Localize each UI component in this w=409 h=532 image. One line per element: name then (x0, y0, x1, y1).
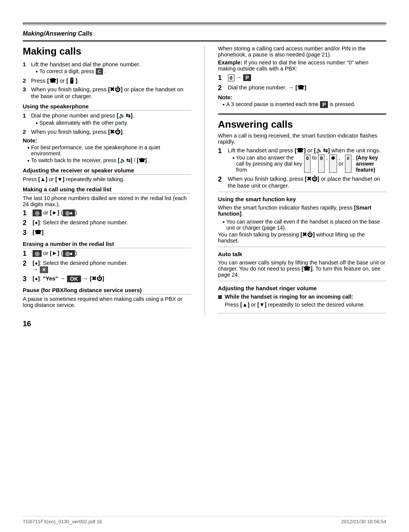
pbx-step-2: 2 Dial the phone number. → [☎] (218, 84, 387, 92)
right-bracket: [►] (50, 209, 59, 216)
sp-step-2: 2 When you finish talking, press [✖⏻]. (23, 128, 191, 135)
pbx-notes: A 3 second pause is inserted each time P… (223, 101, 387, 108)
sp-key: [📱] (66, 77, 77, 84)
redial-step-1-num: 1 (23, 209, 30, 217)
page-number: 16 (23, 319, 386, 328)
star-key: ✱ (329, 155, 337, 173)
pause-title: Pause (for PBX/long distance service use… (23, 287, 191, 294)
sp-step-1: 1 Dial the phone number and press [🔈⇆]. … (23, 112, 191, 127)
ok-button: OK (67, 275, 81, 282)
sp-step-1-content: Dial the phone number and press [🔈⇆]. Sp… (31, 112, 191, 127)
step-2-content: Press [☎] or [📱]. (31, 77, 191, 84)
section-header: Making/Answering Calls (23, 30, 386, 37)
redial-step-3: 3 [☎] (23, 229, 191, 237)
nine-key: 9 (318, 155, 325, 173)
bottom-divider (218, 313, 387, 313)
step-2: 2 Press [☎] or [📱]. (23, 77, 191, 84)
footer-right: 2012/01/30 18:56:54 (341, 519, 386, 524)
c-button: C (96, 68, 103, 75)
sp-notes: For best performance, use the speakerpho… (27, 144, 191, 163)
auto-talk-text: You can answer calls simply by lifting t… (218, 260, 387, 278)
sp-note-2: To switch back to the receiver, press [🔈… (27, 157, 191, 163)
step-3: 3 When you finish talking, press [✖⏻] or… (23, 86, 191, 99)
ans-step-1-bullets: You can also answer the call by pressing… (233, 155, 387, 173)
erase-step-1-content: ◎ or [►] (◎●) (33, 250, 191, 257)
redial-step-1: 1 ◎ or [►] (◎●) (23, 209, 191, 217)
right-column: When storing a calling card access numbe… (218, 45, 387, 316)
redial-step-3-num: 3 (23, 229, 30, 237)
erase-step-2: 2 [⬧]: Select the desired phone number. … (23, 260, 191, 273)
ans-step-2-content: When you finish talking, press [✖⏻] or p… (228, 175, 387, 189)
pbx-step-2-num: 2 (218, 84, 226, 92)
sp-switch-key: [🔈⇆] (118, 157, 132, 163)
content-area: Making/Answering Calls Making calls 1 Li… (23, 30, 386, 509)
pbx-step-2-content: Dial the phone number. → [☎] (228, 84, 387, 91)
hash-key: # (345, 155, 351, 173)
smart-func-title: Using the smart function key (218, 196, 387, 203)
sp-step-2-content: When you finish talking, press [✖⏻]. (31, 128, 191, 135)
zero-key-2: 0 (304, 155, 311, 173)
adjust-vol-title: Adjusting the receiver or speaker volume (23, 167, 191, 175)
page: Making/Answering Calls Making calls 1 Li… (0, 0, 409, 532)
step-3-content: When you finish talking, press [✖⏻] or p… (31, 86, 191, 99)
adjust-vol-text: Press [▲] or [▼] repeatedly while talkin… (23, 176, 191, 182)
step-3-num: 3 (23, 86, 29, 92)
smart-divider (218, 192, 387, 192)
redial-step-2: 2 [⬧]: Select the desired phone number. (23, 219, 191, 227)
erase-step-2-content: [⬧]: Select the desired phone number. → … (33, 260, 191, 273)
ans-bullet-1: You can also answer the call by pressing… (233, 155, 387, 173)
ringer-divider (218, 281, 387, 281)
smart-func-text1: When the smart function indicator flashe… (218, 205, 387, 217)
erase-confirm-key: [⬧] (33, 275, 40, 282)
ringer-vol-title: Adjusting the handset ringer volume (218, 285, 387, 292)
auto-handset-key: [☎] (301, 266, 312, 272)
nav-key: [⬧] (33, 219, 40, 225)
down-key: [▼] (55, 176, 64, 182)
two-col-layout: Making calls 1 Lift the handset and dial… (23, 45, 386, 316)
ans-step-1-num: 1 (218, 147, 226, 155)
erase-step-1: 1 ◎ or [►] (◎●) (23, 250, 191, 258)
redial-title: Making a call using the redial list (23, 186, 191, 194)
erase-title: Erasing a number in the redial list (23, 241, 191, 248)
erase-redial-btn-2: ◎● (63, 250, 75, 257)
redial-step-1-content: ◎ or [►] (◎●) (33, 209, 191, 216)
calling-card-intro: When storing a calling card access numbe… (218, 45, 387, 58)
erase-nav-key: [⬧] (33, 260, 40, 266)
answering-calls-title: Answering calls (218, 119, 387, 130)
redial-step-3-content: [☎] (33, 229, 191, 236)
footer: TG6711FX(en)_0130_ver002.pdf 16 2012/01/… (23, 516, 386, 524)
sp-step-1-bullets: Speak alternately with the other party. (36, 120, 191, 126)
footer-left: TG6711FX(en)_0130_ver002.pdf 16 (23, 519, 102, 524)
sp-note-label: Note: (23, 137, 191, 144)
sp-step-2-num: 2 (23, 128, 29, 135)
erase-redial-btn: ◎ (33, 250, 42, 257)
erase-right: [►] (50, 250, 59, 256)
column-divider (204, 45, 205, 316)
erase-step-3-content: [⬧]: "Yes" → OK → [✖⏻] (33, 275, 191, 282)
sp-note-1: For best performance, use the speakerpho… (27, 144, 191, 156)
pbx-note-label: Note: (218, 94, 387, 100)
sp-off-key: [✖⏻] (108, 128, 122, 135)
ans-step-2: 2 When you finish talking, press [✖⏻] or… (218, 175, 387, 189)
redial-step-2-content: [⬧]: Select the desired phone number. (33, 219, 191, 225)
example-label: Example: (218, 59, 242, 66)
example-text: Example: If you need to dial the line ac… (218, 59, 387, 72)
ans-sp-key: [🔈⇆] (314, 147, 330, 153)
ringer-sub-label: While the handset is ringing for an inco… (225, 294, 353, 300)
pbx-note-1: A 3 second pause is inserted each time P… (223, 101, 387, 108)
x-button: ✕ (40, 266, 48, 273)
smart-func-bullet-1: You can answer the call even if the hand… (223, 219, 387, 231)
answer-divider (218, 113, 387, 115)
pbx-step-1: 1 0 → P (218, 74, 387, 82)
section-divider-top (23, 40, 386, 42)
sp-key-bracket: [🔈⇆] (117, 112, 133, 119)
ans-handset-key: [☎] (295, 147, 306, 153)
right-top-section: When storing a calling card access numbe… (218, 45, 387, 108)
any-key-label: (Any key answer feature) (356, 155, 386, 173)
ringer-vol-text: Press [▲] or [▼] repeatedly to select th… (225, 302, 387, 308)
erase-step-1-num: 1 (23, 250, 30, 258)
redial-step-2-num: 2 (23, 219, 30, 227)
auto-talk-divider (218, 247, 387, 247)
redial-button: ◎ (33, 210, 42, 216)
step-2-num: 2 (23, 77, 29, 84)
